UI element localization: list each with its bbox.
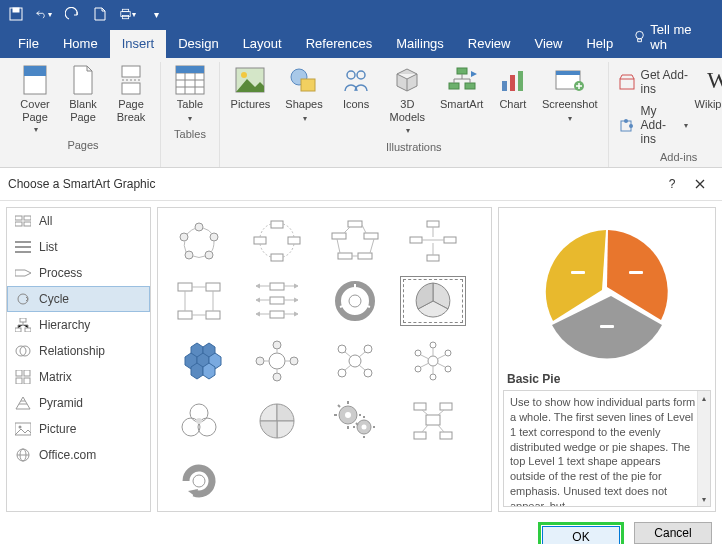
svg-point-49 <box>195 223 203 231</box>
shapes-button[interactable]: Shapes ▾ <box>279 62 329 125</box>
category-process[interactable]: Process <box>7 260 150 286</box>
undo-icon[interactable]: ▾ <box>36 6 52 22</box>
svg-point-30 <box>624 119 628 123</box>
svg-rect-41 <box>16 370 22 376</box>
category-matrix[interactable]: Matrix <box>7 364 150 390</box>
svg-rect-19 <box>449 83 459 89</box>
get-addins-button[interactable]: Get Add-ins <box>617 66 691 98</box>
svg-point-52 <box>185 251 193 259</box>
gallery-item-hexagon-cluster[interactable] <box>166 336 232 386</box>
gallery-item-segmented-cycle[interactable] <box>322 276 388 326</box>
gallery-item-block-cycle[interactable] <box>322 216 388 266</box>
preview-title: Basic Pie <box>499 368 715 388</box>
category-pyramid[interactable]: Pyramid <box>7 390 150 416</box>
matrix-icon <box>15 369 31 385</box>
process-icon <box>15 265 31 281</box>
tab-insert[interactable]: Insert <box>110 30 167 58</box>
smartart-gallery[interactable] <box>157 207 492 512</box>
category-hierarchy[interactable]: Hierarchy <box>7 312 150 338</box>
tab-view[interactable]: View <box>522 30 574 58</box>
ribbon-group-illustrations-caption: Illustrations <box>386 138 442 157</box>
gallery-item-continuous-cycle[interactable] <box>166 276 232 326</box>
svg-rect-114 <box>629 271 643 274</box>
screenshot-button[interactable]: Screenshot▾ <box>540 62 600 125</box>
ribbon-insert: Cover Page▾ Blank Page Page Break Pages … <box>0 58 722 168</box>
blank-page-button[interactable]: Blank Page <box>62 62 104 125</box>
tab-home[interactable]: Home <box>51 30 110 58</box>
table-button[interactable]: Table▾ <box>169 62 211 125</box>
gallery-item-cycle-matrix[interactable] <box>244 396 310 446</box>
svg-rect-42 <box>24 370 30 376</box>
gallery-item-text-cycle[interactable] <box>244 216 310 266</box>
dialog-close-button[interactable] <box>686 174 714 194</box>
tab-references[interactable]: References <box>294 30 384 58</box>
cover-page-button[interactable]: Cover Page▾ <box>14 62 56 136</box>
tell-me-search[interactable]: Tell me wh <box>625 16 716 58</box>
gallery-item-radial-cluster[interactable] <box>400 396 466 446</box>
ok-button[interactable]: OK <box>542 526 620 544</box>
wikipedia-button[interactable]: W Wikipedia <box>696 62 722 113</box>
gallery-item-nondirectional-cycle[interactable] <box>400 216 466 266</box>
quick-access-toolbar: ▾ ▾ ▾ <box>0 0 722 28</box>
cancel-button[interactable]: Cancel <box>634 522 712 544</box>
smartart-button[interactable]: SmartArt <box>438 62 486 113</box>
gallery-item-basic-cycle[interactable] <box>166 216 232 266</box>
gallery-item-gear[interactable] <box>322 396 388 446</box>
scroll-up-icon[interactable]: ▴ <box>698 391 710 405</box>
gallery-item-circle-arrow[interactable] <box>166 456 232 506</box>
gallery-item-radial-cycle[interactable] <box>244 336 310 386</box>
tab-review[interactable]: Review <box>456 30 523 58</box>
new-doc-icon[interactable] <box>92 6 108 22</box>
ribbon-group-pages: Cover Page▾ Blank Page Page Break Pages <box>6 62 161 167</box>
wikipedia-icon: W <box>702 64 722 96</box>
smartart-icon <box>446 64 478 96</box>
svg-point-75 <box>349 295 361 307</box>
scroll-down-icon[interactable]: ▾ <box>698 492 710 506</box>
tab-help[interactable]: Help <box>574 30 625 58</box>
svg-rect-69 <box>178 311 192 319</box>
category-list-item[interactable]: List <box>7 234 150 260</box>
gallery-item-basic-radial[interactable] <box>322 336 388 386</box>
svg-rect-8 <box>122 66 140 77</box>
chart-icon <box>497 64 529 96</box>
page-break-button[interactable]: Page Break <box>110 62 152 125</box>
category-cycle[interactable]: Cycle <box>7 286 150 312</box>
category-list[interactable]: All List Process Cycle Hierarchy Relatio… <box>6 207 151 512</box>
chart-button[interactable]: Chart <box>492 62 534 113</box>
gallery-item-radial-venn[interactable] <box>166 396 232 446</box>
my-addins-button[interactable]: My Add-ins ▾ <box>617 102 691 148</box>
category-officecom[interactable]: Office.com <box>7 442 150 468</box>
screenshot-label: Screenshot <box>542 98 598 110</box>
svg-rect-55 <box>288 237 300 244</box>
table-label: Table <box>177 98 203 110</box>
preview-scrollbar[interactable]: ▴ ▾ <box>697 391 710 506</box>
icons-button[interactable]: Icons <box>335 62 377 113</box>
svg-point-98 <box>415 366 421 372</box>
qat-customize-icon[interactable]: ▾ <box>148 6 164 22</box>
save-icon[interactable] <box>8 6 24 22</box>
tab-design[interactable]: Design <box>166 30 230 58</box>
svg-rect-15 <box>301 79 315 91</box>
gallery-item-multidirectional-cycle[interactable] <box>244 276 310 326</box>
dialog-help-button[interactable]: ? <box>658 174 686 194</box>
svg-rect-27 <box>620 79 634 89</box>
store-icon <box>619 74 635 90</box>
puzzle-icon <box>619 117 635 133</box>
tab-mailings[interactable]: Mailings <box>384 30 456 58</box>
3d-models-button[interactable]: 3D Models ▾ <box>383 62 431 138</box>
svg-rect-9 <box>122 83 140 94</box>
redo-icon[interactable] <box>64 6 80 22</box>
cover-page-icon <box>19 64 51 96</box>
svg-rect-56 <box>271 254 283 261</box>
category-all[interactable]: All <box>7 208 150 234</box>
category-picture[interactable]: Picture <box>7 416 150 442</box>
svg-rect-54 <box>271 221 283 228</box>
category-label: Picture <box>39 422 76 436</box>
gallery-item-diverging-radial[interactable] <box>400 336 466 386</box>
tab-file[interactable]: File <box>6 30 51 58</box>
gallery-item-basic-pie[interactable] <box>400 276 466 326</box>
pictures-button[interactable]: Pictures <box>228 62 273 113</box>
quick-print-icon[interactable]: ▾ <box>120 6 136 22</box>
category-relationship[interactable]: Relationship <box>7 338 150 364</box>
tab-layout[interactable]: Layout <box>231 30 294 58</box>
